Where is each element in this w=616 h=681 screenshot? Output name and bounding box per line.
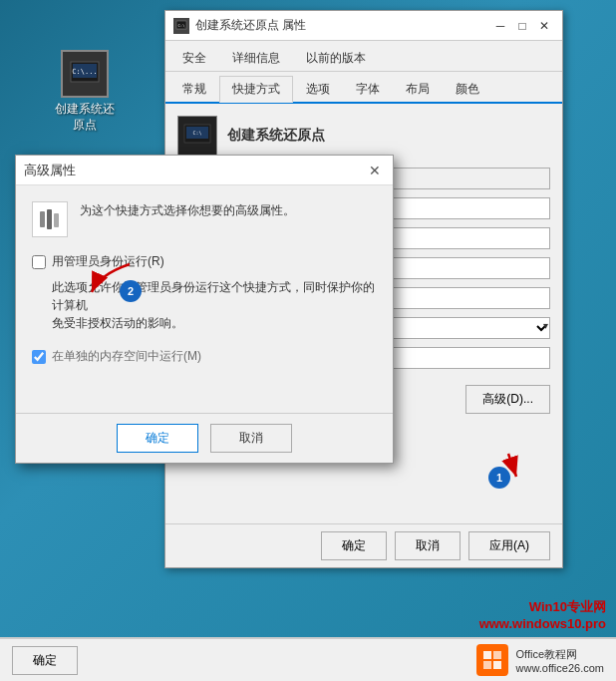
advanced-header: 为这个快捷方式选择你想要的高级属性。 <box>32 201 377 237</box>
separate-memory-checkbox[interactable] <box>32 350 46 364</box>
svg-rect-17 <box>493 661 501 669</box>
checkbox-admin-description: 此选项允许你以管理员身份运行这个快捷方式，同时保护你的计算机 免受非授权活动的影… <box>52 278 377 332</box>
svg-text:C:\: C:\ <box>177 23 185 28</box>
advanced-cancel-button[interactable]: 取消 <box>210 424 292 453</box>
close-button[interactable]: ✕ <box>534 16 554 36</box>
advanced-dialog-content: 为这个快捷方式选择你想要的高级属性。 用管理员身份运行(R) 此选项允许你以管理… <box>16 185 393 381</box>
tab-details[interactable]: 详细信息 <box>219 45 293 71</box>
advanced-dialog: 高级属性 ✕ 为这个快捷方式选择你想要的高级属性。 用管理员身份运行(R) 此选… <box>15 155 394 464</box>
brand-area: Office教程网 www.office26.com <box>476 644 604 676</box>
tab-layout[interactable]: 布局 <box>393 76 443 102</box>
tab-shortcut[interactable]: 快捷方式 <box>219 76 293 103</box>
titlebar-title-area: C:\ 创建系统还原点 属性 <box>173 17 306 34</box>
watermark-line2: www.windows10.pro <box>479 616 606 631</box>
watermark-line1: Win10专业网 <box>479 598 606 616</box>
bottom-bar: 确定 Office教程网 www.office26.com <box>0 637 616 681</box>
svg-text:C:\...: C:\... <box>72 68 97 76</box>
props-ok-button[interactable]: 确定 <box>321 531 387 560</box>
advanced-dialog-titlebar: 高级属性 ✕ <box>16 156 393 185</box>
tabs-row-2: 常规 快捷方式 选项 字体 布局 颜色 <box>165 72 562 104</box>
advanced-header-icon <box>32 201 68 237</box>
tab-font[interactable]: 字体 <box>343 76 393 102</box>
titlebar-app-icon: C:\ <box>173 18 189 34</box>
minimize-button[interactable]: ─ <box>490 16 510 36</box>
svg-rect-15 <box>493 651 501 659</box>
svg-rect-16 <box>483 661 491 669</box>
desktop-icon-image: C:\... <box>61 50 109 98</box>
svg-rect-8 <box>40 211 45 227</box>
watermark: Win10专业网 www.windows10.pro <box>479 598 606 631</box>
svg-text:C:\: C:\ <box>192 130 201 136</box>
desktop-icon-label: 创建系统还 原点 <box>50 102 120 133</box>
advanced-ok-button[interactable]: 确定 <box>117 424 198 453</box>
properties-titlebar: C:\ 创建系统还原点 属性 ─ □ ✕ <box>165 11 562 41</box>
tab-color[interactable]: 颜色 <box>443 76 492 102</box>
checkbox-run-as-admin-row: 用管理员身份运行(R) <box>32 253 377 270</box>
svg-rect-9 <box>47 209 52 229</box>
tabs-row-1: 安全 详细信息 以前的版本 <box>165 41 562 72</box>
advanced-dialog-bottom: 确定 取消 <box>16 413 393 463</box>
advanced-dialog-title: 高级属性 <box>24 162 76 179</box>
annotation-circle-1: 1 <box>488 467 510 489</box>
bottom-ok-button[interactable]: 确定 <box>12 646 78 675</box>
titlebar-title: 创建系统还原点 属性 <box>195 17 306 34</box>
tab-options[interactable]: 选项 <box>293 76 343 102</box>
advanced-button[interactable]: 高级(D)... <box>465 385 550 414</box>
brand-icon <box>476 644 508 676</box>
tab-previous-versions[interactable]: 以前的版本 <box>293 45 379 71</box>
run-as-admin-checkbox[interactable] <box>32 255 46 269</box>
props-apply-button[interactable]: 应用(A) <box>468 531 550 560</box>
titlebar-controls: ─ □ ✕ <box>490 16 554 36</box>
run-as-admin-label[interactable]: 用管理员身份运行(R) <box>52 253 164 270</box>
annotation-circle-2: 2 <box>120 280 142 302</box>
svg-rect-14 <box>483 651 491 659</box>
props-cancel-button[interactable]: 取消 <box>395 531 461 560</box>
tab-general[interactable]: 常规 <box>169 76 219 102</box>
shortcut-header: C:\ 创建系统还原点 <box>177 116 550 156</box>
advanced-close-button[interactable]: ✕ <box>365 161 385 180</box>
svg-rect-10 <box>54 213 59 227</box>
properties-bottom-buttons: 确定 取消 应用(A) <box>165 523 562 567</box>
maximize-button[interactable]: □ <box>512 16 532 36</box>
separate-memory-label: 在单独的内存空间中运行(M) <box>52 348 201 365</box>
shortcut-icon: C:\ <box>177 116 217 156</box>
desktop-icon-restore[interactable]: C:\... 创建系统还 原点 <box>50 50 120 133</box>
tab-security[interactable]: 安全 <box>169 45 219 71</box>
checkbox-separate-memory-row: 在单独的内存空间中运行(M) <box>32 348 377 365</box>
brand-text: Office教程网 www.office26.com <box>516 647 604 674</box>
advanced-header-text: 为这个快捷方式选择你想要的高级属性。 <box>80 201 295 219</box>
shortcut-title: 创建系统还原点 <box>227 127 325 145</box>
